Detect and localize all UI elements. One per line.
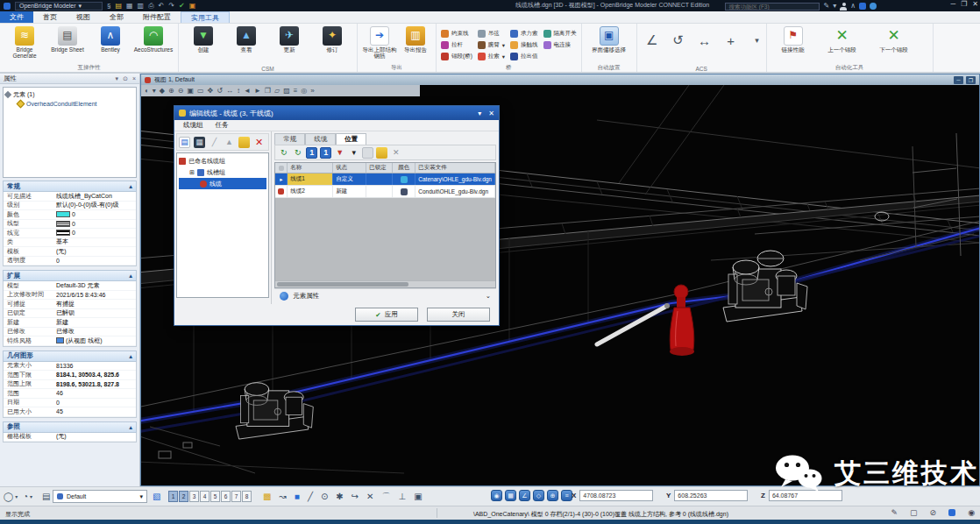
aecostructures-button[interactable]: ◠ AecoStructures (133, 25, 174, 53)
lineweight-swatch[interactable] (56, 230, 70, 236)
grid-header[interactable]: 名称 状态 已锁定 颜色 已安装文件 (275, 163, 495, 173)
camera-icon[interactable]: ◎ (301, 85, 307, 96)
nearest-snap-icon[interactable]: ↝ (279, 492, 286, 501)
workflow-combo[interactable]: OpenBridge Modeler ▾ (15, 2, 103, 11)
pan-icon[interactable]: ✥ (208, 85, 214, 96)
dropper-button[interactable]: 吊弦 (478, 28, 505, 39)
export-report-button[interactable]: ▥ 导出报告 (400, 25, 431, 53)
coord-y-input[interactable] (674, 490, 748, 501)
user-account-icon[interactable] (840, 3, 847, 11)
stagger-button[interactable]: 拉出值 (510, 51, 538, 62)
next-view-icon[interactable]: ► (254, 85, 261, 96)
active-level-icon[interactable] (948, 509, 955, 516)
save-item-icon[interactable]: ▦ (194, 137, 205, 148)
bisector-snap-icon[interactable]: ↪ (352, 492, 359, 501)
lock-snap-icon[interactable]: ◇ (533, 490, 544, 501)
print-icon[interactable]: ⎙ (148, 2, 153, 11)
viewport-minimize-icon[interactable]: ─ (954, 76, 963, 84)
blank-tool-icon[interactable] (362, 147, 373, 159)
acs-move-icon[interactable]: ↔ (694, 29, 715, 52)
restore-button[interactable]: ❐ (961, 0, 967, 8)
accudraw-icon[interactable]: ◉ (491, 490, 502, 501)
linestyle-swatch[interactable] (56, 221, 70, 227)
expand-icon[interactable]: ⊞ (189, 169, 195, 176)
tab-utilities[interactable]: 实用工具 (181, 11, 230, 23)
close-button[interactable]: ✕ (972, 0, 978, 8)
tree-item-root[interactable]: 已命名线缆组 (179, 155, 266, 166)
messenger-wire-button[interactable]: 承力索 (510, 28, 538, 39)
prev-view-icon[interactable]: ◄ (244, 85, 251, 96)
connect-blue-icon[interactable] (859, 3, 866, 10)
tree-item-cable[interactable]: 线缆 (179, 178, 266, 189)
clip-mask-icon[interactable]: ▨ (283, 85, 290, 96)
viewport-title-bar[interactable]: 视图 1, Default ─ ❐ (141, 74, 979, 85)
next-anchor-button[interactable]: ✕ 下一个锚段 (870, 25, 919, 53)
new-item-icon[interactable]: ▤ (179, 137, 190, 148)
saved-views-icon[interactable]: ≡ (294, 85, 298, 96)
lock-status-icon[interactable]: ⊘ (930, 508, 937, 517)
grid-empty-area[interactable] (275, 198, 495, 280)
section-extended-header[interactable]: 扩展 ▴ (3, 270, 137, 281)
prev-anchor-button[interactable]: ✕ 上一个锚段 (818, 25, 867, 53)
view-toggle-1[interactable]: 1 (168, 491, 178, 502)
tab-attachments[interactable]: 附件配置 (133, 11, 181, 23)
lock-grid-icon[interactable]: ▦ (505, 490, 516, 501)
section-reference-header[interactable]: 参照 ▴ (3, 421, 137, 433)
display-style-icon[interactable]: ◐ (145, 85, 149, 96)
color-swatch[interactable] (56, 211, 70, 217)
tree-root-item[interactable]: 元素 (1) (5, 89, 134, 99)
perpendicular-snap-icon[interactable]: ⊥ (398, 492, 406, 501)
csm-revise-button[interactable]: ✦ 修订 (312, 25, 352, 53)
filter-icon[interactable]: ▼ (334, 147, 345, 159)
clear-icon[interactable]: ✕ (390, 147, 401, 159)
section-geometry-header[interactable]: 几何图形 ▴ (3, 351, 137, 362)
delete-icon[interactable]: ✕ (253, 137, 265, 148)
minimize-button[interactable]: ─ (950, 0, 955, 8)
view-toggle-8[interactable]: 8 (242, 491, 252, 502)
constraint-line-button[interactable]: 约束线 (441, 28, 472, 39)
anchor-span-button[interactable]: 锚段(桥) (441, 51, 472, 62)
csm-create-button[interactable]: ▼ 创建 (183, 25, 224, 53)
tree-child-item[interactable]: OverheadConduitElement (5, 99, 134, 109)
refresh-all-icon[interactable]: ↻ (292, 147, 303, 159)
chevron-down-icon[interactable]: ▾ (153, 85, 156, 96)
dialog-tab-general[interactable]: 常规 (274, 133, 305, 145)
view-toggle-4[interactable]: 4 (200, 491, 209, 502)
models-icon[interactable]: ▤ (42, 490, 50, 503)
image-snap-icon[interactable]: ▩ (263, 492, 271, 501)
chevron-down-icon[interactable]: ▾ (833, 2, 836, 11)
acs-select-icon[interactable]: + (721, 29, 742, 52)
menu-cable-group[interactable]: 线缆组 (178, 121, 209, 130)
tree-item-group[interactable]: ⊞ 线槽组 (179, 166, 266, 178)
window-area-icon[interactable]: ▭ (197, 85, 204, 96)
lock-axis-icon[interactable]: ∠ (519, 490, 530, 501)
help-round-icon[interactable] (870, 3, 877, 10)
cantilever-button[interactable]: 腕臂▾ (478, 39, 505, 51)
tangent-snap-icon[interactable]: ⌒ (381, 491, 390, 503)
walk-icon[interactable]: ↔ (226, 85, 233, 96)
tab-home[interactable]: 首页 (33, 11, 67, 23)
menu-task[interactable]: 任务 (210, 121, 234, 130)
toggle-two-icon[interactable]: 1 (320, 147, 331, 159)
chevron-up-icon[interactable]: ∧ (850, 2, 856, 11)
lock-acs-icon[interactable]: ⊕ (547, 490, 558, 501)
save-icon[interactable]: ▦ (126, 2, 133, 11)
chevron-down-icon[interactable]: ▾ (348, 147, 359, 159)
grid-row-1[interactable]: ▸ 线缆1 自定义 Catenary\OHLE_gdu-Blv.dgn (275, 173, 495, 186)
selection-tool-icon[interactable]: ◔▾ (23, 490, 32, 503)
tab-file[interactable]: 文件 (0, 11, 33, 23)
settings-status-icon[interactable]: ◉ (968, 508, 975, 517)
bentley-button[interactable]: ∧ Bentley (90, 25, 131, 53)
electrical-connection-button[interactable]: 电连接 (543, 39, 577, 51)
acs-more-icon[interactable]: ▾ (747, 29, 768, 52)
dialog-collapse-icon[interactable]: ▾ (478, 110, 481, 117)
browse-folder-icon[interactable] (376, 147, 387, 159)
tab-all[interactable]: 全部 (100, 11, 133, 23)
fence-tool-icon[interactable]: ◯▾ (4, 490, 18, 503)
stay-cable-button[interactable]: 拉索▾ (478, 51, 505, 62)
rotate-view-icon[interactable]: ↺ (217, 85, 223, 96)
view-toggle-2[interactable]: 2 (179, 491, 188, 502)
refresh-icon[interactable]: ↻ (278, 147, 289, 159)
bridge-sheet-button[interactable]: ▤ Bridge Sheet (47, 25, 88, 53)
pin-icon[interactable]: ⊙ (123, 75, 128, 82)
